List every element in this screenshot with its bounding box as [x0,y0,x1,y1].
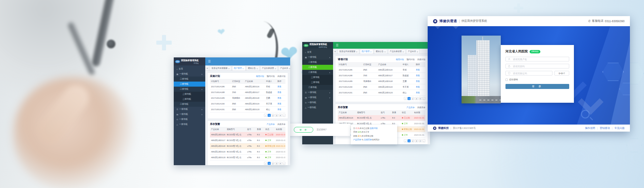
link-预约计划[interactable]: 预约计划 [407,58,415,61]
view-link[interactable]: 查看 [416,80,420,82]
sidebar-item-三级导航[interactable]: 三级导航 [174,97,205,102]
view-link[interactable]: 查看 [277,86,281,88]
page-›[interactable]: › [282,162,285,165]
page-4[interactable]: 4 [419,97,422,100]
sidebar-item-二级导航[interactable]: 二级导航∧ [174,87,205,92]
sidebar-item-三级导航[interactable]: 三级导航 [302,80,333,85]
view-link[interactable]: 查看 [277,97,281,99]
link-高值库存[interactable]: 高值库存 [417,106,425,109]
footer-link-key-driver[interactable]: 密钥驱动 [600,127,610,130]
page-‹[interactable]: ‹ [404,139,407,142]
sidebar-item-二级导航[interactable]: 二级导航 [302,85,333,90]
sidebar-item-一级导航[interactable]: ☰一级导航∨ [174,107,205,112]
link-高值计划[interactable]: 高值计划 [417,58,425,61]
page-3[interactable]: 3 [275,162,278,165]
page-2[interactable]: 2 [411,97,414,100]
sidebar-item-二级导航[interactable]: 二级导航 [174,102,205,107]
page-›[interactable]: › [422,139,425,142]
sidebar-item-一级导航[interactable]: ▦一级导航∧ [174,72,205,77]
tab-产品出库[interactable]: 产品出库⊙ [406,49,420,54]
sidebar-item-三级导航[interactable]: 三级导航 [302,75,333,80]
sidebar-item-一级导航[interactable]: ⊙一级导航 [174,117,205,122]
page-3[interactable]: 3 [415,97,418,100]
link-产品库存[interactable]: 产品库存 [267,123,275,126]
sidebar-item-首页[interactable]: ⌂首页 [302,50,333,55]
tab-close-icon[interactable]: ⊙ [243,67,244,69]
password-field[interactable] [505,64,569,68]
username-input[interactable] [512,58,567,61]
tab-close-icon[interactable]: ⊙ [402,51,404,53]
remember-checkbox[interactable] [505,79,508,81]
view-link[interactable]: 查看 [416,69,420,71]
tab-用户管理[interactable]: 用户管理⊙ [360,49,373,54]
hamburger-icon[interactable]: ☰ [336,44,338,47]
page-1[interactable]: 1 [408,139,411,142]
sidebar-item-一级导航[interactable]: ▤一级导航∨ [302,95,333,100]
tab-通知公告[interactable]: 通知公告⊙ [374,49,387,54]
link-高值库存[interactable]: 高值库存 [277,123,285,126]
page-4[interactable]: 4 [279,162,282,165]
page-1[interactable]: 1 [268,162,271,165]
sidebar-item-二级导航[interactable]: 二级导航 [174,82,205,87]
sidebar-item-二级导航[interactable]: 二级导航 [302,60,333,65]
remember-password[interactable]: 记住密码 [505,78,569,81]
captcha-question[interactable]: 6+8=? [554,71,569,76]
link-领用计划[interactable]: 领用计划 [256,75,264,78]
tab-close-icon[interactable]: ⊙ [356,51,357,53]
view-link[interactable]: 查看 [416,75,420,77]
sidebar-item-三级导航[interactable]: 三级导航 [174,92,205,97]
page-2[interactable]: 2 [271,114,274,117]
sidebar-item-一级导航[interactable]: △一级导航 [302,105,333,110]
link-高值计划[interactable]: 高值计划 [277,75,285,78]
sidebar-item-一级导航[interactable]: ▤一级导航∨ [174,112,205,117]
hamburger-icon[interactable]: ☰ [208,60,211,63]
link-产品库存[interactable]: 产品库存 [407,106,415,109]
view-link[interactable]: 查看 [277,91,281,93]
tab-资质证件效期预警[interactable]: 资质证件效期预警⊙ [337,49,359,54]
page-2[interactable]: 2 [411,139,414,142]
page-‹[interactable]: ‹ [264,114,267,117]
sidebar-item-一级导航[interactable]: ☰一级导航∨ [302,90,333,95]
page-‹[interactable]: ‹ [404,97,407,100]
tab-产品分类设置[interactable]: 产品分类设置⊙ [260,66,278,70]
page-1[interactable]: 1 [268,114,271,117]
page-›[interactable]: › [422,97,425,100]
tab-close-icon[interactable]: ⊙ [228,67,229,69]
sidebar-item-二级导航[interactable]: 二级导航 [174,77,205,82]
page-3[interactable]: 3 [275,114,278,117]
collapse-icon[interactable]: « [334,50,336,53]
tab-用户管理[interactable]: 用户管理⊙ [232,66,246,70]
password-input[interactable] [512,65,567,68]
page-2[interactable]: 2 [271,162,274,165]
footer-link-faq[interactable]: 常见问题 [614,127,625,130]
view-link[interactable]: 查看 [277,103,281,105]
username-field[interactable] [505,57,569,61]
sidebar-item-二级导航[interactable]: 二级导航∧ [302,70,333,75]
tab-close-icon[interactable]: ⊙ [384,51,386,53]
link-领用计划[interactable]: 领用计划 [396,58,404,61]
page-3[interactable]: 3 [415,139,418,142]
page-4[interactable]: 4 [419,139,422,142]
page-1[interactable]: 1 [408,97,411,100]
tab-产品出库[interactable]: 产品出库⊙ [278,66,290,70]
view-link[interactable]: 查看 [416,92,420,94]
captcha-input[interactable] [512,72,550,75]
sidebar-item-一级导航[interactable]: ⊙一级导航 [302,100,333,105]
view-link[interactable]: 查看 [277,108,281,110]
tab-资质证件效期预警[interactable]: 资质证件效期预警⊙ [210,66,231,70]
page-4[interactable]: 4 [279,114,282,117]
tab-close-icon[interactable]: ⊙ [275,67,276,69]
page-›[interactable]: › [282,114,285,117]
sidebar-item-一级导航[interactable]: △一级导航 [174,122,205,127]
forgot-password-link[interactable]: 忘记密码? [317,128,327,131]
tab-产品分类设置[interactable]: 产品分类设置⊙ [388,49,406,54]
login-submit-button[interactable]: 登 录 [505,84,569,89]
tab-通知公告[interactable]: 通知公告⊙ [246,66,260,70]
tab-close-icon[interactable]: ⊙ [417,51,418,53]
page-‹[interactable]: ‹ [264,162,267,165]
login-button[interactable]: 登 录 [294,127,313,133]
footer-link-help[interactable]: 操作说明 [585,127,595,130]
tab-close-icon[interactable]: ⊙ [370,51,372,53]
tab-close-icon[interactable]: ⊙ [289,67,290,69]
collapse-icon[interactable]: « [207,67,208,70]
